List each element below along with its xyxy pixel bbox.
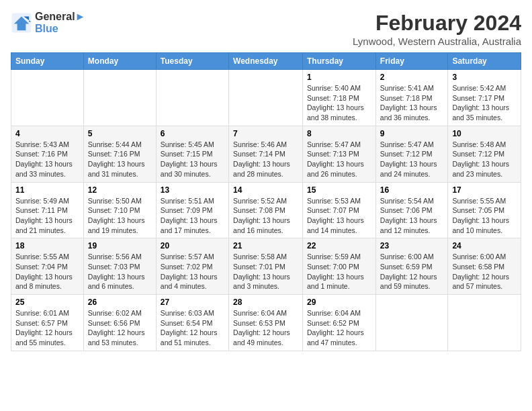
- calendar-cell: 17 Sunrise: 5:55 AMSunset: 7:05 PMDaylig…: [448, 182, 521, 238]
- logo: General► Blue: [11, 11, 85, 35]
- day-detail: Sunrise: 5:43 AMSunset: 7:16 PMDaylight:…: [15, 140, 79, 179]
- day-number: 27: [161, 298, 224, 307]
- week-row-4: 18 Sunrise: 5:55 AMSunset: 7:04 PMDaylig…: [11, 238, 521, 295]
- header-monday: Monday: [83, 53, 156, 70]
- day-number: 29: [307, 298, 371, 307]
- calendar-cell: [375, 295, 448, 351]
- day-number: 17: [452, 185, 517, 195]
- day-number: 2: [380, 73, 444, 82]
- calendar-cell: 24 Sunrise: 6:00 AMSunset: 6:58 PMDaylig…: [448, 238, 521, 295]
- day-detail: Sunrise: 5:44 AMSunset: 7:16 PMDaylight:…: [88, 140, 152, 179]
- day-number: 14: [233, 185, 298, 195]
- day-detail: Sunrise: 6:02 AMSunset: 6:56 PMDaylight:…: [88, 308, 152, 348]
- day-number: 23: [380, 241, 444, 250]
- calendar-cell: 20 Sunrise: 5:57 AMSunset: 7:02 PMDaylig…: [156, 238, 228, 295]
- day-detail: Sunrise: 6:03 AMSunset: 6:54 PMDaylight:…: [161, 308, 224, 348]
- calendar-cell: 2 Sunrise: 5:41 AMSunset: 7:18 PMDayligh…: [375, 70, 448, 126]
- day-detail: Sunrise: 6:04 AMSunset: 6:53 PMDaylight:…: [233, 308, 298, 348]
- calendar-cell: 9 Sunrise: 5:47 AMSunset: 7:12 PMDayligh…: [375, 126, 448, 182]
- day-number: 6: [161, 129, 224, 138]
- day-number: 16: [380, 185, 444, 195]
- day-detail: Sunrise: 6:04 AMSunset: 6:52 PMDaylight:…: [307, 308, 371, 348]
- day-detail: Sunrise: 5:53 AMSunset: 7:07 PMDaylight:…: [307, 196, 371, 236]
- day-detail: Sunrise: 5:51 AMSunset: 7:09 PMDaylight:…: [161, 196, 224, 236]
- calendar-cell: [448, 295, 521, 351]
- calendar-cell: 22 Sunrise: 5:59 AMSunset: 7:00 PMDaylig…: [303, 238, 376, 295]
- calendar-cell: [156, 70, 228, 126]
- week-row-1: 1 Sunrise: 5:40 AMSunset: 7:18 PMDayligh…: [11, 70, 521, 126]
- logo-text: General► Blue: [35, 11, 85, 35]
- calendar-cell: 4 Sunrise: 5:43 AMSunset: 7:16 PMDayligh…: [11, 126, 84, 182]
- day-number: 9: [380, 129, 444, 138]
- day-number: 11: [15, 185, 79, 195]
- calendar-cell: 25 Sunrise: 6:01 AMSunset: 6:57 PMDaylig…: [11, 295, 84, 351]
- calendar-cell: [11, 70, 84, 126]
- day-detail: Sunrise: 5:49 AMSunset: 7:11 PMDaylight:…: [15, 196, 79, 236]
- day-detail: Sunrise: 5:50 AMSunset: 7:10 PMDaylight:…: [88, 196, 152, 236]
- page-header: General► Blue February 2024 Lynwood, Wes…: [11, 11, 521, 47]
- calendar-cell: [83, 70, 156, 126]
- day-detail: Sunrise: 5:40 AMSunset: 7:18 PMDaylight:…: [307, 83, 371, 123]
- calendar-cell: 27 Sunrise: 6:03 AMSunset: 6:54 PMDaylig…: [156, 295, 228, 351]
- day-number: 12: [88, 185, 152, 195]
- calendar-cell: 10 Sunrise: 5:48 AMSunset: 7:12 PMDaylig…: [448, 126, 521, 182]
- day-detail: Sunrise: 5:47 AMSunset: 7:12 PMDaylight:…: [380, 140, 444, 179]
- calendar-cell: 12 Sunrise: 5:50 AMSunset: 7:10 PMDaylig…: [83, 182, 156, 238]
- day-number: 22: [307, 241, 371, 250]
- header-thursday: Thursday: [303, 53, 376, 70]
- day-detail: Sunrise: 6:00 AMSunset: 6:58 PMDaylight:…: [452, 252, 517, 291]
- week-row-2: 4 Sunrise: 5:43 AMSunset: 7:16 PMDayligh…: [11, 126, 521, 182]
- calendar-cell: 26 Sunrise: 6:02 AMSunset: 6:56 PMDaylig…: [83, 295, 156, 351]
- calendar-cell: 7 Sunrise: 5:46 AMSunset: 7:14 PMDayligh…: [229, 126, 303, 182]
- day-detail: Sunrise: 5:55 AMSunset: 7:05 PMDaylight:…: [452, 196, 517, 236]
- day-number: 28: [233, 298, 298, 307]
- calendar-cell: 19 Sunrise: 5:56 AMSunset: 7:03 PMDaylig…: [83, 238, 156, 295]
- day-detail: Sunrise: 6:00 AMSunset: 6:59 PMDaylight:…: [380, 252, 444, 291]
- header-friday: Friday: [375, 53, 448, 70]
- day-detail: Sunrise: 5:46 AMSunset: 7:14 PMDaylight:…: [233, 140, 298, 179]
- day-detail: Sunrise: 5:58 AMSunset: 7:01 PMDaylight:…: [233, 252, 298, 291]
- calendar-cell: 6 Sunrise: 5:45 AMSunset: 7:15 PMDayligh…: [156, 126, 228, 182]
- day-number: 15: [307, 185, 371, 195]
- day-detail: Sunrise: 5:42 AMSunset: 7:17 PMDaylight:…: [452, 83, 517, 123]
- calendar-cell: 14 Sunrise: 5:52 AMSunset: 7:08 PMDaylig…: [229, 182, 303, 238]
- calendar-cell: 13 Sunrise: 5:51 AMSunset: 7:09 PMDaylig…: [156, 182, 228, 238]
- day-number: 20: [161, 241, 224, 250]
- day-number: 13: [161, 185, 224, 195]
- day-number: 24: [452, 241, 517, 250]
- day-number: 25: [15, 298, 79, 307]
- header-saturday: Saturday: [448, 53, 521, 70]
- day-detail: Sunrise: 5:57 AMSunset: 7:02 PMDaylight:…: [161, 252, 224, 291]
- week-row-3: 11 Sunrise: 5:49 AMSunset: 7:11 PMDaylig…: [11, 182, 521, 238]
- day-detail: Sunrise: 5:41 AMSunset: 7:18 PMDaylight:…: [380, 83, 444, 123]
- week-row-5: 25 Sunrise: 6:01 AMSunset: 6:57 PMDaylig…: [11, 295, 521, 351]
- day-number: 5: [88, 129, 152, 138]
- day-detail: Sunrise: 5:56 AMSunset: 7:03 PMDaylight:…: [88, 252, 152, 291]
- day-number: 8: [307, 129, 371, 138]
- calendar-header-row: SundayMondayTuesdayWednesdayThursdayFrid…: [11, 53, 521, 70]
- day-number: 21: [233, 241, 298, 250]
- calendar-cell: 1 Sunrise: 5:40 AMSunset: 7:18 PMDayligh…: [303, 70, 376, 126]
- calendar-cell: 21 Sunrise: 5:58 AMSunset: 7:01 PMDaylig…: [229, 238, 303, 295]
- calendar-cell: 18 Sunrise: 5:55 AMSunset: 7:04 PMDaylig…: [11, 238, 84, 295]
- day-number: 19: [88, 241, 152, 250]
- title-block: February 2024 Lynwood, Western Australia…: [353, 11, 521, 47]
- day-number: 10: [452, 129, 517, 138]
- day-detail: Sunrise: 5:54 AMSunset: 7:06 PMDaylight:…: [380, 196, 444, 236]
- day-number: 18: [15, 241, 79, 250]
- day-number: 1: [307, 73, 371, 82]
- calendar-cell: 16 Sunrise: 5:54 AMSunset: 7:06 PMDaylig…: [375, 182, 448, 238]
- calendar-cell: 29 Sunrise: 6:04 AMSunset: 6:52 PMDaylig…: [303, 295, 376, 351]
- calendar-cell: 23 Sunrise: 6:00 AMSunset: 6:59 PMDaylig…: [375, 238, 448, 295]
- calendar-cell: 8 Sunrise: 5:47 AMSunset: 7:13 PMDayligh…: [303, 126, 376, 182]
- day-detail: Sunrise: 5:47 AMSunset: 7:13 PMDaylight:…: [307, 140, 371, 179]
- calendar-cell: 28 Sunrise: 6:04 AMSunset: 6:53 PMDaylig…: [229, 295, 303, 351]
- header-tuesday: Tuesday: [156, 53, 228, 70]
- calendar-table: SundayMondayTuesdayWednesdayThursdayFrid…: [11, 52, 521, 351]
- main-title: February 2024: [353, 11, 521, 36]
- calendar-cell: 11 Sunrise: 5:49 AMSunset: 7:11 PMDaylig…: [11, 182, 84, 238]
- calendar-cell: 3 Sunrise: 5:42 AMSunset: 7:17 PMDayligh…: [448, 70, 521, 126]
- subtitle: Lynwood, Western Australia, Australia: [353, 36, 521, 47]
- header-wednesday: Wednesday: [229, 53, 303, 70]
- day-detail: Sunrise: 5:59 AMSunset: 7:00 PMDaylight:…: [307, 252, 371, 291]
